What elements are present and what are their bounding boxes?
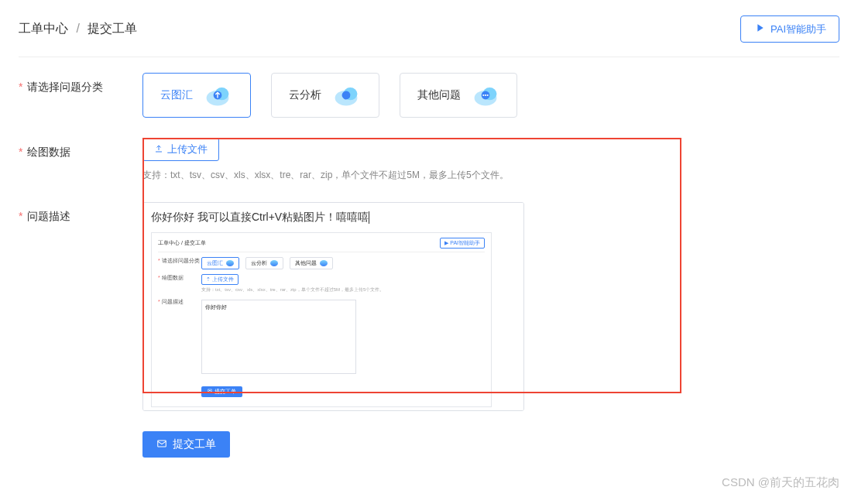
- category-label: 云图汇: [160, 88, 193, 102]
- upload-button-label: 上传文件: [167, 142, 208, 156]
- cloud-icon: [472, 83, 499, 108]
- pai-button-label: PAI智能助手: [770, 22, 826, 36]
- submit-button-label: 提交工单: [173, 437, 216, 451]
- pasted-screenshot: 工单中心 / 提交工单 ▶PAI智能助手 *请选择问题分类 云图汇 云分析 其他…: [151, 232, 492, 407]
- category-label: 其他问题: [417, 88, 461, 102]
- upload-button[interactable]: 上传文件: [142, 138, 219, 161]
- category-card-other[interactable]: 其他问题: [400, 73, 517, 118]
- category-card-yuntuhui[interactable]: 云图汇: [142, 73, 251, 118]
- pai-assistant-button[interactable]: PAI智能助手: [740, 15, 839, 43]
- breadcrumb-root[interactable]: 工单中心: [19, 22, 68, 35]
- required-mark: *: [19, 146, 22, 158]
- svg-point-9: [482, 94, 484, 96]
- label-upload: *绘图数据: [19, 138, 142, 159]
- play-icon: [753, 22, 766, 36]
- mail-icon: [156, 438, 167, 451]
- breadcrumb-sep: /: [76, 22, 79, 35]
- breadcrumb: 工单中心 / 提交工单: [19, 21, 137, 37]
- nested-pai-button: ▶PAI智能助手: [440, 238, 485, 249]
- editor-text-content: 你好你好 我可以直接Ctrl+V粘贴图片！嘻嘻嘻: [151, 211, 506, 225]
- required-mark: *: [19, 210, 22, 222]
- watermark: CSDN @前天的五花肉: [722, 475, 839, 490]
- category-card-yunfenxi[interactable]: 云分析: [271, 73, 379, 118]
- required-mark: *: [19, 81, 22, 93]
- submit-button[interactable]: 提交工单: [142, 431, 230, 458]
- nested-breadcrumb: 工单中心 / 提交工单: [158, 239, 206, 247]
- description-editor[interactable]: 你好你好 我可以直接Ctrl+V粘贴图片！嘻嘻嘻 工单中心 / 提交工单 ▶PA…: [142, 202, 524, 411]
- cloud-icon: [332, 83, 360, 108]
- label-category: *请选择问题分类: [19, 73, 142, 94]
- cloud-icon: [204, 83, 232, 108]
- upload-hint: 支持：txt、tsv、csv、xls、xlsx、tre、rar、zip，单个文件…: [142, 169, 509, 182]
- category-label: 云分析: [289, 88, 321, 102]
- upload-icon: [154, 144, 163, 156]
- label-desc: *问题描述: [19, 202, 142, 224]
- breadcrumb-current: 提交工单: [88, 22, 137, 35]
- svg-point-11: [487, 94, 489, 96]
- svg-point-10: [485, 94, 486, 96]
